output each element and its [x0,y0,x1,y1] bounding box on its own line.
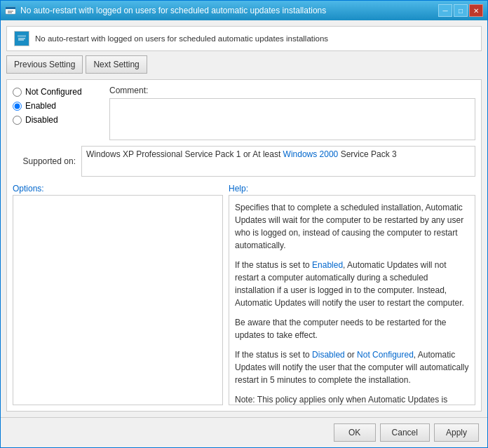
close-button[interactable]: ✕ [469,4,483,17]
radio-group: Not Configured Enabled Disabled [13,86,104,140]
title-bar-buttons: ─ □ ✕ [438,4,483,17]
enabled-radio[interactable] [13,102,22,111]
nav-buttons: Previous Setting Next Setting [6,55,482,74]
help-label: Help: [229,184,475,194]
windows-2000-link[interactable]: Windows 2000 [283,149,339,159]
not-configured-radio-label[interactable]: Not Configured [13,87,104,97]
comment-textarea[interactable] [109,98,475,140]
previous-setting-button[interactable]: Previous Setting [6,55,83,74]
help-p4: If the status is set to Disabled or Not … [235,348,469,386]
minimize-button[interactable]: ─ [438,4,452,17]
help-p3: Be aware that the computer needs to be r… [235,316,469,341]
help-panel[interactable]: Specifies that to complete a scheduled i… [229,195,475,405]
supported-text: Windows XP Professional Service Pack 1 o… [86,149,397,159]
supported-box[interactable]: Windows XP Professional Service Pack 1 o… [81,146,475,177]
not-configured-link[interactable]: Not Configured [357,350,414,360]
disabled-radio[interactable] [13,116,22,125]
enabled-radio-label[interactable]: Enabled [13,101,104,111]
disabled-link[interactable]: Disabled [312,350,345,360]
main-window: No auto-restart with logged on users for… [0,0,488,448]
options-label: Options: [13,184,223,194]
cancel-button[interactable]: Cancel [380,423,430,442]
not-configured-text: Not Configured [25,87,82,97]
title-bar-text: No auto-restart with logged on users for… [20,6,438,15]
maximize-button[interactable]: □ [454,4,468,17]
footer: OK Cancel Apply [1,417,487,447]
content-area: No auto-restart with logged on users for… [1,20,487,417]
next-setting-button[interactable]: Next Setting [86,55,147,74]
comment-label: Comment: [109,86,475,95]
disabled-text: Disabled [25,115,58,125]
title-bar: No auto-restart with logged on users for… [1,1,487,20]
main-body: Not Configured Enabled Disabled Comment: [6,79,482,412]
help-p1: Specifies that to complete a scheduled i… [235,201,469,252]
not-configured-radio[interactable] [13,88,22,97]
top-section: Not Configured Enabled Disabled Comment: [7,80,481,146]
help-p2: If the status is set to Enabled, Automat… [235,259,469,309]
apply-button[interactable]: Apply [434,423,479,442]
supported-row: Supported on: Windows XP Professional Se… [7,146,481,181]
svg-rect-5 [18,35,26,37]
ok-button[interactable]: OK [334,423,376,442]
supported-label: Supported on: [13,156,76,166]
bottom-panels: Specifies that to complete a scheduled i… [7,195,481,411]
help-p5: Note: This policy applies only when Auto… [235,393,469,405]
options-help-row: Options: Help: [7,181,481,195]
enabled-text: Enabled [25,101,56,111]
window-icon [5,5,16,16]
svg-rect-1 [6,7,15,9]
options-panel [13,195,223,405]
header-icon [14,31,29,46]
enabled-link[interactable]: Enabled [312,260,343,270]
disabled-radio-label[interactable]: Disabled [13,115,104,125]
comment-section: Comment: [109,86,475,140]
header-banner: No auto-restart with logged on users for… [6,26,482,51]
header-title: No auto-restart with logged on users for… [35,34,328,43]
